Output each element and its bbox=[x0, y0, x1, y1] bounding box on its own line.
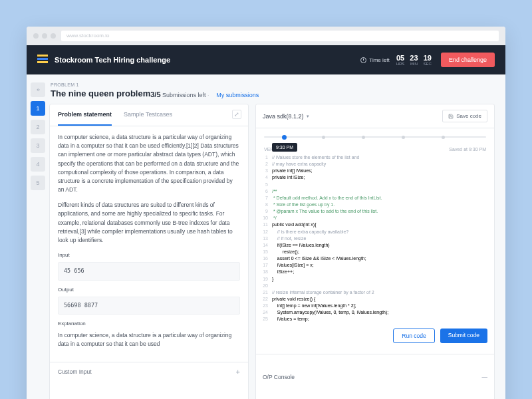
rail-item-5[interactable]: 5 bbox=[31, 176, 45, 190]
window-controls[interactable] bbox=[33, 33, 56, 39]
problem-header: PROBLEM 1 The nine queen problem 3/5 Sub… bbox=[49, 82, 495, 98]
custom-input-toggle[interactable]: Custom Input + bbox=[50, 362, 248, 381]
submit-code-button[interactable]: Submit code bbox=[440, 329, 487, 343]
challenge-title: Stockroom Tech Hiring challenge bbox=[55, 56, 360, 64]
rail-item-3[interactable]: 3 bbox=[31, 138, 45, 153]
browser-chrome: www.stockroom.io bbox=[27, 27, 505, 45]
timer-sec: 19 bbox=[424, 54, 432, 62]
expand-icon[interactable]: ⤢ bbox=[232, 110, 241, 119]
save-code-button[interactable]: Save code bbox=[442, 110, 487, 122]
explanation-label: Explanation bbox=[58, 320, 240, 328]
output-label: Output bbox=[58, 286, 240, 294]
timer: Time left 05HRS 23MIN 19SEC bbox=[360, 54, 432, 66]
language-selector[interactable]: Java sdk(8.1.2)▾ bbox=[263, 113, 309, 120]
input-label: Input bbox=[58, 251, 240, 259]
url-bar[interactable]: www.stockroom.io bbox=[61, 31, 499, 41]
problem-paragraph: In computer science, a data structure is… bbox=[58, 133, 240, 194]
time-left-label: Time left bbox=[369, 57, 389, 63]
my-submissions-link[interactable]: My submissions bbox=[216, 92, 259, 98]
timer-min: 23 bbox=[410, 54, 418, 62]
plus-icon: + bbox=[236, 368, 240, 376]
submissions-label: Submissions left bbox=[162, 92, 206, 98]
end-challenge-button[interactable]: End challenge bbox=[441, 53, 495, 67]
minimize-icon[interactable]: — bbox=[482, 374, 488, 380]
problem-paragraph: Different kinds of data structures are s… bbox=[58, 201, 240, 245]
problem-panel: Problem statement Sample Testcases ⤢ In … bbox=[49, 104, 249, 399]
save-icon bbox=[448, 114, 454, 119]
timer-hrs: 05 bbox=[396, 54, 405, 62]
rail-item-4[interactable]: 4 bbox=[31, 157, 45, 172]
timeline-tooltip: 9:30 PM bbox=[272, 143, 297, 152]
browser-window: www.stockroom.io Stockroom Tech Hiring c… bbox=[27, 27, 505, 399]
output-console[interactable]: O/P Console — bbox=[256, 354, 494, 399]
clock-icon bbox=[360, 57, 366, 63]
back-button[interactable] bbox=[31, 82, 45, 97]
submissions-count: 3/5 bbox=[150, 90, 160, 98]
code-editor[interactable]: 1// iValues store the elements of the li… bbox=[256, 154, 494, 323]
problem-rail: 1 2 3 4 5 bbox=[27, 74, 49, 399]
input-sample: 45 656 bbox=[58, 262, 240, 280]
rail-item-1[interactable]: 1 bbox=[31, 101, 45, 116]
saved-at-label: Saved at 9:30 PM bbox=[449, 147, 486, 152]
output-sample: 56698 8877 bbox=[58, 297, 240, 315]
problem-eyebrow: PROBLEM 1 bbox=[51, 82, 150, 87]
rail-item-2[interactable]: 2 bbox=[31, 120, 45, 134]
problem-title: The nine queen problem bbox=[51, 88, 150, 98]
version-timeline[interactable]: 9:30 PM VERSIONSSaved at 9:30 PM bbox=[256, 128, 494, 154]
logo-icon bbox=[37, 55, 48, 65]
app-header: Stockroom Tech Hiring challenge Time lef… bbox=[27, 45, 505, 74]
explanation-text: In computer science, a data structure is… bbox=[58, 331, 240, 348]
run-code-button[interactable]: Run code bbox=[393, 329, 434, 343]
tab-sample-testcases[interactable]: Sample Testcases bbox=[124, 104, 172, 126]
editor-panel: Java sdk(8.1.2)▾ Save code bbox=[255, 104, 495, 399]
tab-problem-statement[interactable]: Problem statement bbox=[58, 104, 112, 126]
chevron-down-icon: ▾ bbox=[307, 114, 309, 119]
